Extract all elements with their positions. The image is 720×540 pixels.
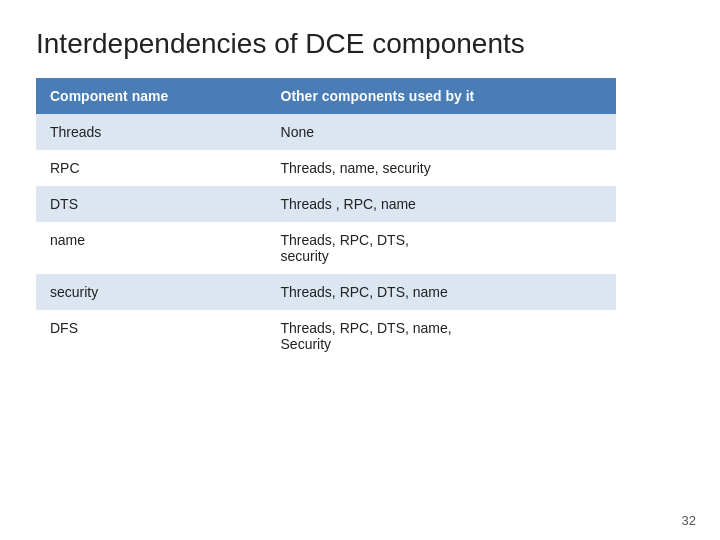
dce-table: Component name Other components used by … bbox=[36, 78, 616, 362]
cell-other-components: Threads, name, security bbox=[267, 150, 616, 186]
table-row: RPCThreads, name, security bbox=[36, 150, 616, 186]
table-row: securityThreads, RPC, DTS, name bbox=[36, 274, 616, 310]
table-row: DFSThreads, RPC, DTS, name,Security bbox=[36, 310, 616, 362]
cell-component-name: DFS bbox=[36, 310, 267, 362]
cell-other-components: Threads , RPC, name bbox=[267, 186, 616, 222]
cell-other-components: Threads, RPC, DTS, name bbox=[267, 274, 616, 310]
cell-other-components: Threads, RPC, DTS,security bbox=[267, 222, 616, 274]
table-container: Component name Other components used by … bbox=[36, 78, 684, 362]
table-row: DTSThreads , RPC, name bbox=[36, 186, 616, 222]
cell-other-components: Threads, RPC, DTS, name,Security bbox=[267, 310, 616, 362]
cell-component-name: Threads bbox=[36, 114, 267, 150]
col-header-others: Other components used by it bbox=[267, 78, 616, 114]
col-header-component: Component name bbox=[36, 78, 267, 114]
cell-component-name: DTS bbox=[36, 186, 267, 222]
cell-component-name: name bbox=[36, 222, 267, 274]
table-row: nameThreads, RPC, DTS,security bbox=[36, 222, 616, 274]
cell-component-name: security bbox=[36, 274, 267, 310]
page-number: 32 bbox=[682, 513, 696, 528]
page-title: Interdependencies of DCE components bbox=[0, 0, 720, 78]
cell-other-components: None bbox=[267, 114, 616, 150]
table-row: ThreadsNone bbox=[36, 114, 616, 150]
table-header-row: Component name Other components used by … bbox=[36, 78, 616, 114]
cell-component-name: RPC bbox=[36, 150, 267, 186]
